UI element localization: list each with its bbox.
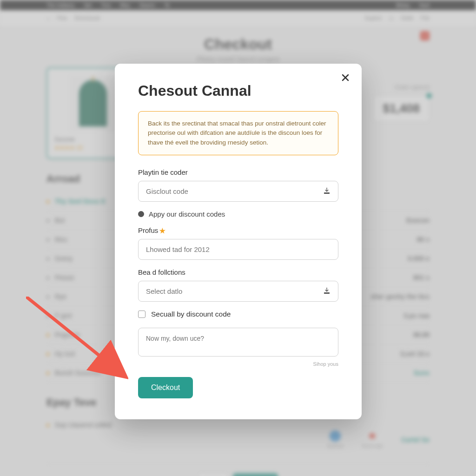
coder-label: Playtin tie coder <box>138 168 338 176</box>
discount-code-select[interactable] <box>138 181 338 202</box>
date-select[interactable] <box>138 281 338 302</box>
download-icon <box>323 287 331 295</box>
checkbox-icon <box>138 311 145 318</box>
checkout-modal: Chesout Cannal Back its the srectinat th… <box>115 64 362 419</box>
star-icon <box>159 228 165 234</box>
modal-title: Chesout Cannal <box>138 82 338 99</box>
radio-icon <box>138 211 144 217</box>
profus-label: Profus <box>138 226 338 234</box>
profus-input[interactable] <box>138 239 338 260</box>
follctions-label: Bea d follctions <box>138 268 338 276</box>
discount-code-checkbox[interactable]: Secuall by discount code <box>138 310 338 318</box>
close-icon[interactable] <box>341 73 350 84</box>
apply-discount-radio[interactable]: Appy our discount codes <box>138 210 338 218</box>
alert-message: Back its the srectinat that smacal thas … <box>138 111 338 155</box>
checkout-button[interactable]: Cleckout <box>138 377 193 398</box>
download-icon <box>323 187 331 195</box>
helper-text: Sihop yous <box>138 361 338 367</box>
notes-textarea[interactable] <box>138 328 338 357</box>
